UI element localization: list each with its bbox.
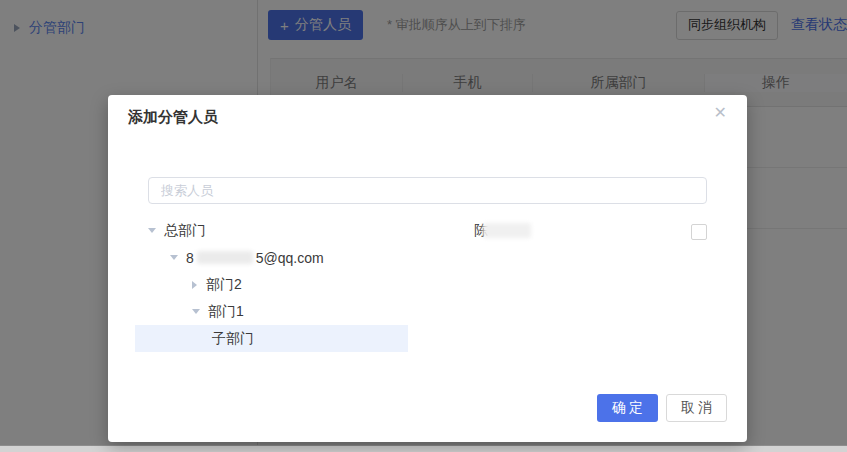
person-list: 陈 [474,217,707,244]
tree-node-label: 总部门 [164,222,206,240]
chevron-down-icon [148,228,156,233]
tree-node-dept1[interactable]: 部门1 [135,298,408,325]
redacted-text [483,223,531,238]
tree-node-label: 部门1 [208,303,244,321]
search-input[interactable] [148,177,707,204]
person-name: 陈 [474,222,531,240]
chevron-down-icon [170,255,178,260]
dialog-footer: 确定 取消 [597,394,727,422]
tree-node-email[interactable]: 8 5@qq.com [135,244,408,271]
close-icon[interactable]: ✕ [714,105,727,121]
dialog-content: 总部门 8 5@qq.com 部门2 部门1 子部门 [135,217,707,352]
tree-node-label: 部门2 [206,276,242,294]
tree-node-label-prefix: 8 [186,250,194,266]
tree-node-label: 子部门 [212,330,254,348]
tree-node-label-suffix: 5@qq.com [256,250,324,266]
dialog-title: 添加分管人员 [128,108,218,127]
screen: 分管部门 + 分管人员 * 审批顺序从上到下排序 同步组织机构 查看状态 用户名… [0,0,847,452]
tree-node-subdept[interactable]: 子部门 [135,325,408,352]
tree-node-dept2[interactable]: 部门2 [135,271,408,298]
chevron-right-icon [192,281,197,289]
department-tree: 总部门 8 5@qq.com 部门2 部门1 子部门 [135,217,408,352]
person-row[interactable]: 陈 [474,217,707,244]
person-checkbox[interactable] [691,224,707,240]
redacted-text [197,251,253,264]
add-person-dialog: 添加分管人员 ✕ 总部门 8 5@qq.com 部门2 [108,95,747,442]
chevron-down-icon [192,309,200,314]
window-bottom-edge [0,445,847,452]
confirm-button[interactable]: 确定 [597,394,658,422]
tree-node-root[interactable]: 总部门 [135,217,408,244]
cancel-button[interactable]: 取消 [666,394,727,422]
